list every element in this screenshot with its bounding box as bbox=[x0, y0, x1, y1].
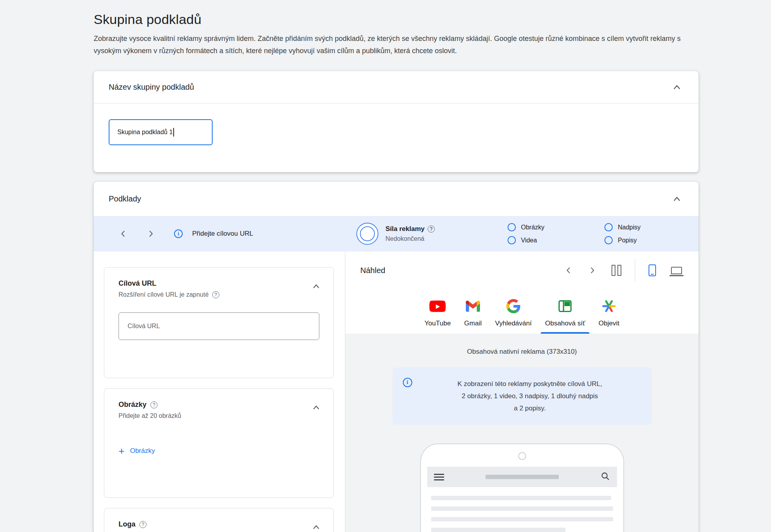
status-circle-icon bbox=[508, 223, 516, 231]
desktop-preview-toggle[interactable] bbox=[669, 265, 684, 276]
asset-checklist: Obrázky Nadpisy Videa Popisy bbox=[508, 223, 641, 244]
checklist-item-headlines: Nadpisy bbox=[604, 223, 641, 231]
ad-strength-label: Síla reklamy bbox=[386, 225, 424, 233]
asset-editor-panel: Cílová URL Rozšíření cílové URL je zapnu… bbox=[94, 251, 345, 532]
status-circle-icon bbox=[604, 236, 613, 244]
discover-icon bbox=[601, 298, 617, 314]
status-circle-icon bbox=[508, 236, 516, 244]
chevron-up-icon bbox=[672, 82, 682, 92]
status-circle-icon bbox=[604, 223, 613, 231]
preview-next-button[interactable] bbox=[586, 264, 598, 276]
content-skeleton bbox=[427, 487, 617, 532]
images-subtitle: Přidejte až 20 obrázků bbox=[119, 412, 181, 419]
tab-label: Objevit bbox=[599, 320, 619, 327]
checklist-label: Nadpisy bbox=[618, 224, 641, 231]
mobile-preview-toggle[interactable] bbox=[647, 263, 658, 278]
checklist-label: Popisy bbox=[618, 237, 637, 244]
controls-divider bbox=[635, 259, 635, 282]
tab-search[interactable]: Vyhledávání bbox=[488, 292, 538, 334]
collapse-images-button[interactable] bbox=[310, 401, 322, 414]
asset-group-page: Skupina podkladů Zobrazujte vysoce kvali… bbox=[0, 0, 771, 532]
collapse-assets-card-button[interactable] bbox=[670, 192, 684, 206]
desktop-icon bbox=[671, 267, 682, 274]
hamburger-menu-icon bbox=[434, 474, 444, 480]
toolbar-left: i Přidejte cílovou URL bbox=[94, 228, 335, 240]
final-url-title: Cílová URL bbox=[119, 279, 156, 288]
asset-group-name-input[interactable]: Skupina podkladů 1 bbox=[109, 119, 213, 145]
preview-channel-tabs: YouTube bbox=[345, 289, 699, 334]
preview-columns-toggle[interactable] bbox=[610, 263, 623, 277]
checklist-label: Videa bbox=[521, 237, 537, 244]
search-bar-placeholder bbox=[486, 475, 559, 479]
help-icon[interactable]: ? bbox=[428, 225, 435, 233]
gmail-icon bbox=[465, 298, 480, 314]
ad-strength-gauge bbox=[356, 223, 378, 245]
mobile-icon bbox=[649, 264, 656, 276]
add-images-button[interactable]: + Obrázky bbox=[119, 447, 155, 455]
name-card-body: Skupina podkladů 1 bbox=[94, 103, 699, 161]
text-caret bbox=[173, 128, 174, 137]
google-g-icon bbox=[506, 298, 521, 314]
next-asset-group-button[interactable] bbox=[145, 228, 157, 240]
asset-status-toolbar: i Přidejte cílovou URL Síla reklamy ? Ne… bbox=[94, 216, 699, 251]
collapse-name-card-button[interactable] bbox=[670, 81, 684, 94]
chevron-up-icon bbox=[672, 194, 682, 204]
youtube-icon bbox=[429, 298, 446, 314]
collapse-logos-button[interactable] bbox=[310, 521, 322, 532]
tab-gmail[interactable]: Gmail bbox=[458, 292, 488, 334]
final-url-subtitle: Rozšíření cílové URL je zapnuté bbox=[119, 291, 209, 298]
checklist-item-images: Obrázky bbox=[508, 223, 604, 231]
images-section: Obrázky ? Přidejte až 20 obrázků + Obr bbox=[104, 388, 334, 498]
ad-strength-status: Nedokončená bbox=[386, 235, 464, 242]
info-line: K zobrazení této reklamy poskytněte cílo… bbox=[422, 378, 638, 390]
checklist-label: Obrázky bbox=[521, 224, 545, 231]
chevron-up-icon bbox=[311, 523, 321, 532]
tab-label: Vyhledávání bbox=[495, 320, 532, 327]
assets-card: Podklady i Přidejte cílovou URL bbox=[94, 182, 699, 532]
help-icon[interactable]: ? bbox=[150, 401, 158, 408]
info-icon: i bbox=[403, 378, 412, 387]
phone-mockup bbox=[420, 443, 624, 532]
display-network-icon bbox=[558, 298, 573, 314]
collapse-final-url-button[interactable] bbox=[310, 280, 322, 293]
preview-previous-button[interactable] bbox=[563, 264, 575, 276]
page-description: Zobrazujte vysoce kvalitní reklamy správ… bbox=[94, 33, 699, 57]
tab-youtube[interactable]: YouTube bbox=[418, 292, 458, 334]
asset-group-name-value: Skupina podkladů 1 bbox=[117, 129, 173, 136]
info-line: 2 obrázky, 1 video, 3 nadpisy, 1 dlouhý … bbox=[422, 390, 638, 402]
tab-label: YouTube bbox=[424, 320, 451, 327]
columns-icon bbox=[612, 265, 621, 276]
tab-label: Gmail bbox=[464, 320, 482, 327]
page-title: Skupina podkladů bbox=[94, 0, 699, 27]
preview-body: Obsahová nativní reklama (373x310) i K z… bbox=[345, 334, 699, 532]
ad-format-label: Obsahová nativní reklama (373x310) bbox=[345, 348, 699, 356]
preview-panel: Náhled bbox=[345, 251, 699, 532]
final-url-input[interactable] bbox=[119, 312, 319, 340]
preview-info-box: i K zobrazení této reklamy poskytněte cí… bbox=[393, 368, 652, 425]
tab-label: Obsahová síť bbox=[545, 320, 585, 327]
skeleton-line bbox=[431, 528, 566, 532]
logos-section: Loga ? Přidejte až 5 log bbox=[104, 508, 334, 532]
images-title: Obrázky bbox=[119, 401, 146, 409]
phone-camera-icon bbox=[518, 452, 526, 460]
chevron-up-icon bbox=[311, 403, 321, 412]
previous-asset-group-button[interactable] bbox=[117, 228, 129, 240]
name-card-title: Název skupiny podkladů bbox=[109, 83, 194, 92]
info-icon[interactable]: i bbox=[174, 229, 183, 238]
phone-app-bar bbox=[427, 467, 617, 487]
assets-card-title: Podklady bbox=[109, 194, 141, 203]
checklist-item-videos: Videa bbox=[508, 236, 604, 244]
tab-display-network[interactable]: Obsahová síť bbox=[538, 292, 592, 334]
skeleton-line bbox=[431, 517, 613, 521]
logos-title: Loga bbox=[119, 520, 135, 528]
skeleton-line bbox=[431, 506, 613, 511]
tab-discover[interactable]: Objevit bbox=[592, 292, 626, 334]
toolbar-message: Přidejte cílovou URL bbox=[192, 230, 253, 238]
help-icon[interactable]: ? bbox=[212, 291, 219, 298]
help-icon[interactable]: ? bbox=[139, 521, 146, 528]
plus-icon: + bbox=[119, 447, 124, 455]
chevron-right-icon bbox=[588, 266, 597, 275]
skeleton-line bbox=[431, 496, 611, 500]
chevron-left-icon bbox=[564, 266, 573, 275]
ad-strength-gauge-inner bbox=[360, 226, 375, 241]
